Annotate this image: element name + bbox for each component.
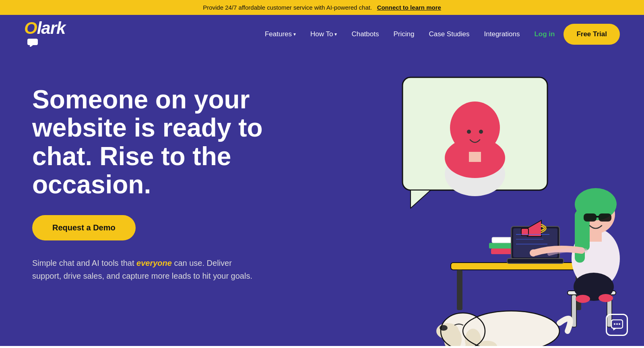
- svg-rect-19: [507, 259, 564, 263]
- nav-link-chatbots[interactable]: Chatbots: [346, 27, 384, 41]
- svg-point-27: [599, 294, 613, 302]
- svg-rect-33: [599, 213, 611, 222]
- nav-item-integrations[interactable]: Integrations: [479, 27, 526, 41]
- chat-widget-icon: [611, 319, 623, 331]
- svg-rect-32: [584, 213, 597, 222]
- banner-link[interactable]: Connect to learn more: [377, 4, 441, 11]
- svg-point-8: [467, 130, 471, 134]
- nav-item-pricing[interactable]: Pricing: [388, 27, 420, 41]
- svg-marker-1: [30, 45, 33, 47]
- chevron-down-icon: ▾: [293, 31, 296, 37]
- nav-links: Features ▾ How To ▾ Chatbots Pricing Cas…: [259, 24, 620, 45]
- chat-widget[interactable]: [606, 314, 628, 336]
- nav-link-login[interactable]: Log in: [528, 27, 560, 41]
- svg-rect-12: [457, 270, 462, 310]
- svg-point-51: [614, 323, 615, 325]
- logo[interactable]: Olark: [24, 20, 65, 48]
- nav-link-howto[interactable]: How To ▾: [305, 27, 343, 41]
- svg-rect-35: [590, 230, 602, 242]
- svg-rect-0: [27, 39, 38, 45]
- svg-point-26: [576, 295, 590, 303]
- svg-marker-3: [411, 190, 431, 208]
- request-demo-button[interactable]: Request a Demo: [32, 215, 136, 240]
- nav-item-free-trial[interactable]: Free Trial: [564, 24, 620, 45]
- chevron-down-icon: ▾: [334, 31, 337, 37]
- nav-item-chatbots[interactable]: Chatbots: [346, 27, 384, 41]
- svg-rect-10: [469, 152, 481, 162]
- hero-content: Someone on your website is ready to chat…: [32, 77, 282, 282]
- hero-description: Simple chat and AI tools that everyone c…: [32, 257, 258, 282]
- logo-text: Olark: [24, 20, 65, 37]
- top-banner: Provide 24/7 affordable customer service…: [0, 0, 644, 15]
- nav-link-pricing[interactable]: Pricing: [388, 27, 420, 41]
- logo-chat-icon: [27, 39, 39, 47]
- svg-point-41: [436, 323, 459, 339]
- svg-point-52: [616, 323, 618, 325]
- nav-link-case-studies[interactable]: Case Studies: [423, 27, 475, 41]
- hero-title: Someone on your website is ready to chat…: [32, 85, 282, 199]
- nav-link-integrations[interactable]: Integrations: [479, 27, 526, 41]
- nav-item-howto[interactable]: How To ▾: [305, 27, 343, 41]
- nav-link-free-trial[interactable]: Free Trial: [564, 24, 620, 45]
- svg-rect-34: [596, 216, 599, 218]
- navbar: Olark Features ▾ How To ▾ Ch: [0, 15, 644, 53]
- svg-point-36: [530, 249, 537, 257]
- nav-link-features[interactable]: Features ▾: [259, 27, 301, 41]
- svg-point-53: [619, 323, 620, 325]
- hero-illustration: [282, 77, 620, 346]
- svg-point-9: [479, 130, 483, 134]
- nav-item-case-studies[interactable]: Case Studies: [423, 27, 475, 41]
- nav-item-login[interactable]: Log in: [528, 27, 560, 41]
- banner-text: Provide 24/7 affordable customer service…: [203, 4, 372, 11]
- hero-illustration-svg: [330, 65, 636, 346]
- svg-rect-31: [582, 206, 590, 251]
- hero-section: Someone on your website is ready to chat…: [0, 53, 644, 346]
- nav-item-features[interactable]: Features ▾: [259, 27, 301, 41]
